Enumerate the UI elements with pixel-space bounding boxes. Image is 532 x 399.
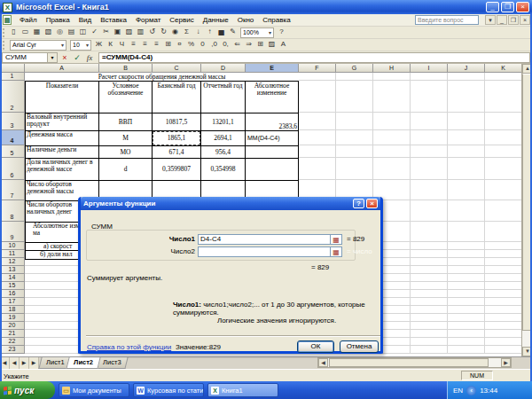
row-header[interactable]: 9 [0,222,25,242]
doc-close-button[interactable]: × [520,15,530,25]
column-header[interactable]: H [373,64,411,73]
autosum-icon[interactable]: Σ [181,27,192,38]
italic-icon[interactable]: К [105,39,116,51]
cell-e3[interactable]: 2383,6 [246,113,298,130]
cell-e2[interactable]: Абсолютное изменение [246,82,298,113]
cell-d6[interactable]: 0,354998 [201,159,246,180]
minimize-button[interactable]: _ [486,2,499,12]
row-header[interactable]: 21 [0,330,25,338]
dialog-close-icon[interactable]: × [366,199,378,208]
column-header[interactable]: G [336,64,373,73]
column-header[interactable]: K [485,64,521,73]
taskbar-task[interactable]: ▭ Мои документы [59,383,129,397]
cell-a6[interactable]: Доля наличных денег в денежной массе [26,159,99,180]
cell-a1-title[interactable]: Расчет скорости обращения денежной массы [25,73,299,81]
number1-input[interactable]: D4-C4 [198,234,331,245]
new-icon[interactable]: ▯ [8,27,20,38]
menu-item[interactable]: Окно [233,15,259,25]
cancel-button[interactable]: Отмена [340,340,379,353]
row-header[interactable]: 17 [0,298,25,306]
name-box[interactable]: СУММ [2,52,48,63]
menu-item[interactable]: Сервис [165,15,198,25]
tab-scroll-icon[interactable]: ◀ [10,357,20,369]
print-icon[interactable]: ▤ [66,27,77,38]
cell-c3[interactable]: 10817,5 [153,113,201,130]
sheet-tab[interactable]: Лист2 [66,357,101,369]
menu-item[interactable]: Формат [131,15,165,25]
drawing-icon[interactable]: ✎ [227,27,239,38]
sort-descending-icon[interactable]: ↑ [204,27,215,38]
font-name-select[interactable]: Arial Cyr▾ [10,40,66,51]
cell-d5[interactable]: 956,4 [201,146,246,158]
row-header[interactable]: 8 [0,200,25,222]
format-painter-icon[interactable]: ▥ [135,27,146,38]
ok-button[interactable]: ОК [297,340,334,353]
menu-item[interactable]: Справка [258,15,294,25]
horizontal-scroll-thumb[interactable] [329,358,489,367]
row-header[interactable]: 4 [0,130,25,145]
cell-a5[interactable]: Наличные деньги [26,146,99,158]
row-header[interactable]: 13 [0,266,25,274]
scroll-right-icon[interactable]: ▶ [501,358,511,367]
start-button[interactable]: пуск [0,381,55,399]
print-preview-icon[interactable]: ◫ [77,27,89,38]
cell-e4-editing[interactable]: ММ(D4-C4) [246,131,298,145]
bold-icon[interactable]: Ж [93,39,105,51]
collapse-dialog-icon[interactable]: ▦ [331,246,342,257]
function-help-link[interactable]: Справка по этой функции [87,343,171,351]
ask-question-input[interactable]: Введите вопрос [415,15,479,25]
cell-d3[interactable]: 13201,1 [201,113,246,130]
cell-c5[interactable]: 671,4 [153,146,201,158]
column-header[interactable]: F [299,64,336,73]
column-header[interactable]: B [99,64,153,73]
row-header[interactable]: 22 [0,338,25,346]
cell-c6[interactable]: 0,3599807 [153,159,201,180]
cancel-formula-icon[interactable]: × [59,52,70,63]
row-header[interactable]: 2 [0,81,25,113]
row-header[interactable]: 19 [0,314,25,322]
underline-icon[interactable]: Ч [116,39,128,51]
menu-item[interactable]: Правка [42,15,74,25]
row-header[interactable]: 6 [0,158,25,180]
row-header[interactable]: 12 [0,258,25,266]
name-box-dropdown-icon[interactable]: ▾ [48,52,58,63]
borders-icon[interactable]: ⊞ [254,39,266,51]
taskbar-task[interactable]: X Книга1 [207,383,278,397]
cell-e6[interactable] [246,159,298,180]
close-button[interactable]: × [516,2,529,12]
row-header[interactable]: 20 [0,322,25,330]
percent-icon[interactable]: % [185,39,197,51]
open-icon[interactable]: ▭ [20,27,31,38]
collapse-dialog-icon[interactable]: ▦ [331,234,342,245]
row-header[interactable]: 3 [0,113,25,130]
redo-icon[interactable]: ↻ [158,27,169,38]
cell-b4[interactable]: М [99,131,153,145]
column-header[interactable]: C [153,64,201,73]
dialog-help-icon[interactable]: ? [353,199,364,208]
cell-a4[interactable]: Денежная масса [26,131,99,145]
taskbar-task[interactable]: W Курсовая по статис... [133,383,204,397]
scroll-left-icon[interactable]: ◀ [318,358,328,367]
help-icon[interactable]: ? [276,27,287,38]
cell-c2[interactable]: Базисный год [153,82,201,113]
row-header[interactable]: 23 [0,346,25,354]
restore-button[interactable]: ❐ [501,2,514,12]
merge-center-icon[interactable]: ⊞ [162,39,174,51]
toolbar-grip[interactable] [3,41,5,50]
menu-item[interactable]: Данные [199,15,233,25]
cell-b2[interactable]: Условное обозначение [99,82,153,113]
menu-item[interactable]: Вид [74,15,96,25]
decrease-decimal-icon[interactable]: 0, [220,39,231,51]
cell-b6[interactable]: d [99,159,153,180]
chart-wizard-icon[interactable]: ▅ [215,27,227,38]
enter-formula-icon[interactable]: ✓ [72,52,82,63]
cell-e5[interactable] [246,146,298,158]
zoom-select[interactable]: 100%▾ [240,27,274,38]
cell-b5[interactable]: МО [99,146,153,158]
row-header[interactable]: 14 [0,274,25,282]
save-icon[interactable]: ▦ [31,27,43,38]
increase-indent-icon[interactable]: ⇒ [243,39,254,51]
doc-minimize-button[interactable]: _ [497,15,507,25]
decrease-indent-icon[interactable]: ⇐ [231,39,243,51]
cell-c4-reference[interactable]: 1865,1 [153,131,201,145]
